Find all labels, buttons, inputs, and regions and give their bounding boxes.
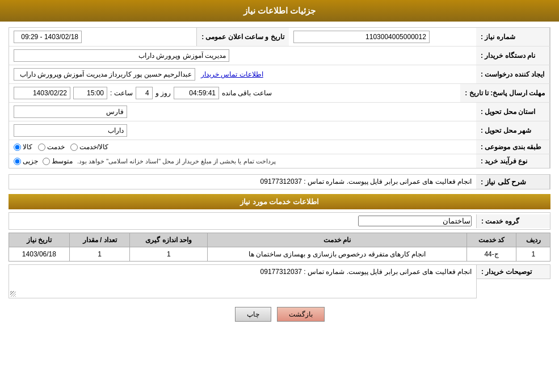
city-input[interactable] xyxy=(14,124,127,137)
city-label: شهر محل تحویل : xyxy=(476,121,550,140)
back-button[interactable]: بازگشت xyxy=(277,307,325,322)
remaining-label: ساعت باقی مانده xyxy=(222,89,272,97)
creator-value: اطلاعات تماس خریدار xyxy=(9,65,476,83)
category-goods-service-option[interactable]: کالا/خدمت xyxy=(70,143,108,151)
buyer-desc-value: انجام فعالیت های عمرانی برابر فایل پیوست… xyxy=(9,264,477,298)
need-number-input[interactable] xyxy=(293,31,430,43)
buyer-org-input[interactable] xyxy=(14,49,229,62)
need-number-value xyxy=(289,28,476,46)
purchase-type-label: نوع فرآیند خرید : xyxy=(476,154,550,168)
time-input[interactable] xyxy=(73,87,107,99)
deadline-value: ساعت باقی مانده روز و ساعت : xyxy=(9,84,460,102)
page-title: جزئیات اطلاعات نیاز xyxy=(0,0,559,22)
purchase-partial-label: جزیی xyxy=(23,157,38,165)
col-qty: تعداد / مقدار xyxy=(69,233,130,247)
group-service-label: گروه خدمت : xyxy=(476,214,550,228)
col-row: ردیف xyxy=(516,233,550,247)
table-row: 1 ج-44 انجام کارهای متفرقه درخصوص بازساز… xyxy=(9,247,550,262)
category-goods-radio[interactable] xyxy=(14,144,21,151)
need-number-label: شماره نیاز : xyxy=(476,28,550,46)
category-service-option[interactable]: خدمت xyxy=(38,143,65,151)
category-goods-label: کالا xyxy=(23,143,32,151)
purchase-partial-option[interactable]: جزیی xyxy=(14,157,38,165)
announce-date-label: تاریخ و ساعت اعلان عمومی : xyxy=(196,28,289,46)
creator-row: ایجاد کننده درخواست : اطلاعات تماس خریدا… xyxy=(9,65,550,84)
category-service-label: خدمت xyxy=(47,143,65,151)
city-row: شهر محل تحویل : xyxy=(9,121,550,140)
purchase-partial-radio[interactable] xyxy=(14,158,21,165)
category-goods-service-label: کالا/خدمت xyxy=(79,143,108,151)
category-service-radio[interactable] xyxy=(38,144,45,151)
group-service-input[interactable] xyxy=(358,216,472,226)
category-value: کالا/خدمت خدمت کالا xyxy=(9,140,476,154)
days-input[interactable] xyxy=(136,87,153,99)
buyer-desc-row: توصیحات خریدار : انجام فعالیت های عمرانی… xyxy=(9,264,550,298)
need-desc-section: شرح کلی نیاز : انجام فعالیت های عمرانی ب… xyxy=(9,174,550,189)
remaining-input[interactable] xyxy=(174,87,219,99)
cell-qty: 1 xyxy=(69,247,130,262)
need-number-row: شماره نیاز : تاریخ و ساعت اعلان عمومی : xyxy=(9,28,550,47)
cell-unit: 1 xyxy=(130,247,208,262)
date-input[interactable] xyxy=(14,87,70,99)
cell-name: انجام کارهای متفرقه درخصوص بازسازی و بهس… xyxy=(208,247,467,262)
buyer-org-value xyxy=(9,47,476,65)
city-value xyxy=(9,121,476,140)
cell-code: ج-44 xyxy=(466,247,516,262)
category-goods-service-radio[interactable] xyxy=(70,144,78,151)
services-table-header: ردیف کد خدمت نام خدمت واحد اندازه گیری ت… xyxy=(9,233,550,247)
province-value xyxy=(9,103,476,121)
announce-date-value xyxy=(9,28,196,46)
group-service-value xyxy=(9,213,476,229)
col-date: تاریخ نیاز xyxy=(9,233,70,247)
buyer-desc-text: انجام فعالیت های عمرانی برابر فایل پیوست… xyxy=(260,268,472,276)
days-label: روز و xyxy=(155,89,171,97)
category-goods-option[interactable]: کالا xyxy=(14,143,32,151)
purchase-medium-option[interactable]: متوسط xyxy=(43,157,73,165)
services-table: ردیف کد خدمت نام خدمت واحد اندازه گیری ت… xyxy=(9,233,550,262)
need-desc-value: انجام فعالیت های عمرانی برابر فایل پیوست… xyxy=(9,175,476,188)
buyer-org-label: نام دستگاه خریدار : xyxy=(476,47,550,65)
contact-link[interactable]: اطلاعات تماس خریدار xyxy=(201,70,263,78)
buttons-row: بازگشت چاپ xyxy=(9,307,550,322)
services-section-title: اطلاعات خدمات مورد نیاز xyxy=(9,194,550,209)
main-info-section: شماره نیاز : تاریخ و ساعت اعلان عمومی : … xyxy=(9,27,550,168)
cell-date: 1403/06/18 xyxy=(9,247,70,262)
buyer-desc-label: توصیحات خریدار : xyxy=(477,264,550,279)
col-code: کد خدمت xyxy=(466,233,516,247)
purchase-medium-radio[interactable] xyxy=(43,158,50,165)
creator-input[interactable] xyxy=(14,68,195,81)
announce-date-input[interactable] xyxy=(14,31,82,43)
buyer-org-row: نام دستگاه خریدار : xyxy=(9,47,550,65)
purchase-type-note: پرداخت تمام یا بخشی از مبلغ خریدار از مح… xyxy=(77,158,276,165)
need-desc-text: انجام فعالیت های عمرانی برابر فایل پیوست… xyxy=(260,178,472,186)
province-label: استان محل تحویل : xyxy=(476,103,550,121)
province-row: استان محل تحویل : xyxy=(9,103,550,121)
need-desc-label: شرح کلی نیاز : xyxy=(476,175,550,189)
print-button[interactable]: چاپ xyxy=(235,307,271,322)
purchase-type-row: نوع فرآیند خرید : پرداخت تمام یا بخشی از… xyxy=(9,154,550,168)
purchase-type-value: پرداخت تمام یا بخشی از مبلغ خریدار از مح… xyxy=(9,154,476,168)
col-name: نام خدمت xyxy=(208,233,467,247)
creator-label: ایجاد کننده درخواست : xyxy=(476,65,550,83)
group-service-row: گروه خدمت : xyxy=(9,212,550,230)
purchase-medium-label: متوسط xyxy=(52,157,73,165)
cell-row: 1 xyxy=(516,247,550,262)
category-row: طبقه بندی موضوعی : کالا/خدمت خدمت کالا xyxy=(9,140,550,154)
deadline-label: مهلت ارسال پاسخ: تا تاریخ : xyxy=(460,84,550,102)
services-section: ردیف کد خدمت نام خدمت واحد اندازه گیری ت… xyxy=(9,233,550,262)
time-label: ساعت : xyxy=(110,89,133,97)
deadline-row: مهلت ارسال پاسخ: تا تاریخ : ساعت باقی ما… xyxy=(9,84,550,103)
category-label: طبقه بندی موضوعی : xyxy=(476,140,550,154)
province-input[interactable] xyxy=(14,106,127,118)
col-unit: واحد اندازه گیری xyxy=(130,233,208,247)
